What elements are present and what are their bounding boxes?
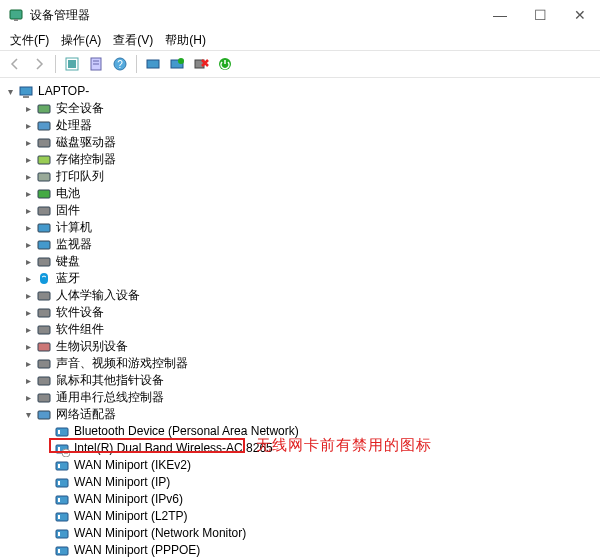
category-label: 磁盘驱动器: [56, 134, 116, 151]
svg-rect-45: [56, 513, 68, 521]
svg-rect-17: [38, 122, 50, 130]
svg-rect-50: [58, 549, 60, 553]
properties-button[interactable]: [85, 53, 107, 75]
category-node[interactable]: ▾网络适配器: [4, 406, 600, 423]
category-label: 固件: [56, 202, 80, 219]
expand-icon[interactable]: ▸: [22, 392, 34, 404]
category-node[interactable]: ▸生物识别设备: [4, 338, 600, 355]
expand-icon[interactable]: ▾: [4, 86, 16, 98]
expand-icon[interactable]: ▸: [22, 188, 34, 200]
scan-button[interactable]: [142, 53, 164, 75]
svg-rect-14: [20, 87, 32, 95]
category-node[interactable]: ▸磁盘驱动器: [4, 134, 600, 151]
menu-view[interactable]: 查看(V): [109, 32, 157, 49]
annotation-text: 无线网卡前有禁用的图标: [256, 436, 432, 455]
forward-button[interactable]: [28, 53, 50, 75]
expand-icon[interactable]: ▸: [22, 256, 34, 268]
svg-rect-24: [38, 241, 50, 249]
update-button[interactable]: [166, 53, 188, 75]
svg-rect-19: [38, 156, 50, 164]
category-label: 键盘: [56, 253, 80, 270]
back-button[interactable]: [4, 53, 26, 75]
svg-rect-28: [38, 326, 50, 334]
expand-icon[interactable]: ▸: [22, 273, 34, 285]
device-tree[interactable]: ▾ LAPTOP-⠀⠀⠀⠀⠀ ▸安全设备▸处理器▸磁盘驱动器▸存储控制器▸打印队…: [0, 78, 600, 560]
category-node[interactable]: ▸计算机: [4, 219, 600, 236]
expand-icon[interactable]: ▸: [22, 137, 34, 149]
device-node[interactable]: WAN Miniport (IPv6): [4, 491, 600, 508]
category-node[interactable]: ▸鼠标和其他指针设备: [4, 372, 600, 389]
svg-rect-23: [38, 224, 50, 232]
close-button[interactable]: ✕: [560, 0, 600, 30]
device-node[interactable]: WAN Miniport (IP): [4, 474, 600, 491]
expand-icon[interactable]: ▸: [22, 205, 34, 217]
expand-icon[interactable]: ▸: [22, 324, 34, 336]
category-node[interactable]: ▸蓝牙: [4, 270, 600, 287]
network-adapter-icon: [54, 492, 70, 508]
uninstall-button[interactable]: [190, 53, 212, 75]
expand-icon[interactable]: ▸: [22, 222, 34, 234]
svg-rect-1: [14, 19, 18, 21]
category-icon: [36, 271, 52, 287]
network-adapter-icon: [54, 543, 70, 559]
category-icon: [36, 118, 52, 134]
category-icon: [36, 373, 52, 389]
svg-rect-22: [38, 207, 50, 215]
svg-rect-20: [38, 173, 50, 181]
expand-icon[interactable]: ▾: [22, 409, 34, 421]
category-node[interactable]: ▸软件组件: [4, 321, 600, 338]
svg-rect-29: [38, 343, 50, 351]
enable-button[interactable]: [214, 53, 236, 75]
category-node[interactable]: ▸处理器: [4, 117, 600, 134]
device-node[interactable]: WAN Miniport (PPPOE): [4, 542, 600, 559]
category-node[interactable]: ▸存储控制器: [4, 151, 600, 168]
category-node[interactable]: ▸声音、视频和游戏控制器: [4, 355, 600, 372]
expand-icon[interactable]: ▸: [22, 307, 34, 319]
svg-rect-0: [10, 10, 22, 19]
category-label: 电池: [56, 185, 80, 202]
expand-icon[interactable]: ▸: [22, 341, 34, 353]
category-node[interactable]: ▸监视器: [4, 236, 600, 253]
category-node[interactable]: ▸软件设备: [4, 304, 600, 321]
category-icon: [36, 101, 52, 117]
category-label: 蓝牙: [56, 270, 80, 287]
menu-action[interactable]: 操作(A): [57, 32, 105, 49]
expand-icon[interactable]: ▸: [22, 154, 34, 166]
category-icon: [36, 220, 52, 236]
computer-icon: [18, 84, 34, 100]
device-node[interactable]: WAN Miniport (IKEv2): [4, 457, 600, 474]
root-node[interactable]: ▾ LAPTOP-⠀⠀⠀⠀⠀: [4, 83, 600, 100]
expand-icon[interactable]: ▸: [22, 239, 34, 251]
expand-icon[interactable]: ▸: [22, 171, 34, 183]
menu-file[interactable]: 文件(F): [6, 32, 53, 49]
category-node[interactable]: ▸通用串行总线控制器: [4, 389, 600, 406]
category-node[interactable]: ▸人体学输入设备: [4, 287, 600, 304]
category-node[interactable]: ▸安全设备: [4, 100, 600, 117]
maximize-button[interactable]: ☐: [520, 0, 560, 30]
network-adapter-icon: [54, 509, 70, 525]
show-hidden-button[interactable]: [61, 53, 83, 75]
device-label: WAN Miniport (L2TP): [74, 508, 188, 525]
device-label: WAN Miniport (PPPOE): [74, 542, 200, 559]
help-button[interactable]: ?: [109, 53, 131, 75]
svg-rect-37: [58, 447, 60, 451]
svg-rect-30: [38, 360, 50, 368]
expand-icon[interactable]: ▸: [22, 120, 34, 132]
category-icon: [36, 186, 52, 202]
expand-icon[interactable]: ▸: [22, 103, 34, 115]
category-node[interactable]: ▸打印队列: [4, 168, 600, 185]
category-node[interactable]: ▸固件: [4, 202, 600, 219]
svg-rect-35: [58, 430, 60, 434]
svg-rect-15: [23, 96, 29, 98]
device-node[interactable]: WAN Miniport (L2TP): [4, 508, 600, 525]
expand-icon[interactable]: ▸: [22, 358, 34, 370]
expand-icon[interactable]: ▸: [22, 290, 34, 302]
network-adapter-icon: [54, 526, 70, 542]
minimize-button[interactable]: —: [480, 0, 520, 30]
expand-icon[interactable]: ▸: [22, 375, 34, 387]
device-node[interactable]: WAN Miniport (Network Monitor): [4, 525, 600, 542]
category-node[interactable]: ▸电池: [4, 185, 600, 202]
category-node[interactable]: ▸键盘: [4, 253, 600, 270]
category-label: 监视器: [56, 236, 92, 253]
menu-help[interactable]: 帮助(H): [161, 32, 210, 49]
